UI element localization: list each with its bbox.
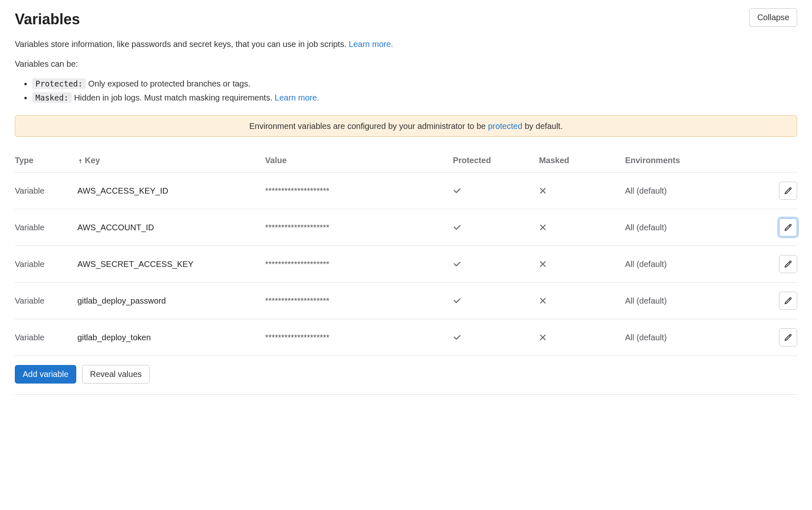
reveal-values-button[interactable]: Reveal values bbox=[82, 365, 150, 384]
cell-value: ******************** bbox=[265, 283, 453, 319]
cell-masked bbox=[539, 209, 625, 246]
cell-value: ******************** bbox=[265, 209, 453, 246]
masked-desc: Hidden in job logs. Must match masking r… bbox=[72, 93, 275, 102]
table-row: Variablegitlab_deploy_password**********… bbox=[15, 283, 797, 319]
table-row: VariableAWS_ACCOUNT_ID******************… bbox=[15, 209, 797, 246]
cell-type: Variable bbox=[15, 209, 77, 246]
variable-type-list: Protected: Only exposed to protected bra… bbox=[15, 77, 797, 104]
col-actions bbox=[735, 148, 797, 173]
cell-protected bbox=[453, 319, 539, 356]
sort-asc-icon bbox=[77, 158, 83, 164]
table-row: VariableAWS_ACCESS_KEY_ID***************… bbox=[15, 173, 797, 209]
close-icon bbox=[539, 187, 621, 194]
cell-masked bbox=[539, 246, 625, 283]
edit-variable-button[interactable] bbox=[779, 218, 797, 236]
cell-type: Variable bbox=[15, 283, 77, 319]
cell-masked bbox=[539, 283, 625, 319]
close-icon bbox=[539, 260, 621, 268]
pencil-icon bbox=[784, 223, 792, 232]
add-variable-button[interactable]: Add variable bbox=[15, 365, 76, 384]
cell-key: AWS_ACCESS_KEY_ID bbox=[77, 173, 265, 209]
check-icon bbox=[453, 333, 535, 342]
col-masked[interactable]: Masked bbox=[539, 148, 625, 173]
pencil-icon bbox=[784, 187, 792, 195]
protected-code: Protected: bbox=[32, 78, 86, 89]
cell-key: AWS_ACCOUNT_ID bbox=[77, 209, 265, 246]
collapse-button[interactable]: Collapse bbox=[749, 8, 797, 27]
masked-learn-more-link[interactable]: Learn more. bbox=[275, 93, 319, 102]
cell-key: AWS_SECRET_ACCESS_KEY bbox=[77, 246, 265, 283]
learn-more-link[interactable]: Learn more. bbox=[349, 40, 393, 49]
cell-value: ******************** bbox=[265, 319, 453, 356]
check-icon bbox=[453, 297, 535, 305]
list-item: Masked: Hidden in job logs. Must match m… bbox=[32, 91, 797, 104]
masked-code: Masked: bbox=[32, 92, 72, 103]
cell-env: All (default) bbox=[625, 246, 735, 283]
cell-protected bbox=[453, 173, 539, 209]
col-protected[interactable]: Protected bbox=[453, 148, 539, 173]
cell-env: All (default) bbox=[625, 173, 735, 209]
check-icon bbox=[453, 223, 535, 232]
table-row: VariableAWS_SECRET_ACCESS_KEY***********… bbox=[15, 246, 797, 283]
cell-type: Variable bbox=[15, 319, 77, 356]
cell-type: Variable bbox=[15, 246, 77, 283]
list-item: Protected: Only exposed to protected bra… bbox=[32, 77, 797, 90]
pencil-icon bbox=[784, 260, 792, 268]
cell-env: All (default) bbox=[625, 319, 735, 356]
variables-intro: Variables store information, like passwo… bbox=[15, 38, 797, 50]
close-icon bbox=[539, 297, 621, 304]
col-value[interactable]: Value bbox=[265, 148, 453, 173]
cell-key: gitlab_deploy_password bbox=[77, 283, 265, 319]
cell-protected bbox=[453, 209, 539, 246]
page-title: Variables bbox=[15, 8, 80, 30]
variables-table: Type Key Value Protected Masked Environm… bbox=[15, 148, 797, 356]
close-icon bbox=[539, 224, 621, 231]
cell-protected bbox=[453, 283, 539, 319]
pencil-icon bbox=[784, 297, 792, 305]
cell-masked bbox=[539, 319, 625, 356]
cell-type: Variable bbox=[15, 173, 77, 209]
variables-can-be: Variables can be: bbox=[15, 58, 797, 70]
alert-suffix: by default. bbox=[522, 122, 563, 131]
col-environments[interactable]: Environments bbox=[625, 148, 735, 173]
cell-key: gitlab_deploy_token bbox=[77, 319, 265, 356]
cell-env: All (default) bbox=[625, 209, 735, 246]
protected-default-alert: Environment variables are configured by … bbox=[15, 115, 797, 137]
cell-masked bbox=[539, 173, 625, 209]
protected-desc: Only exposed to protected branches or ta… bbox=[86, 79, 250, 88]
edit-variable-button[interactable] bbox=[779, 328, 797, 346]
col-type[interactable]: Type bbox=[15, 148, 77, 173]
cell-value: ******************** bbox=[265, 246, 453, 283]
edit-variable-button[interactable] bbox=[779, 182, 797, 200]
table-row: Variablegitlab_deploy_token*************… bbox=[15, 319, 797, 356]
edit-variable-button[interactable] bbox=[779, 292, 797, 310]
edit-variable-button[interactable] bbox=[779, 255, 797, 273]
alert-prefix: Environment variables are configured by … bbox=[249, 122, 488, 131]
col-key-sort[interactable]: Key bbox=[77, 148, 265, 173]
col-key-label: Key bbox=[85, 156, 100, 165]
cell-value: ******************** bbox=[265, 173, 453, 209]
alert-protected-link[interactable]: protected bbox=[488, 122, 522, 131]
pencil-icon bbox=[784, 333, 792, 342]
check-icon bbox=[453, 187, 535, 195]
cell-env: All (default) bbox=[625, 283, 735, 319]
close-icon bbox=[539, 334, 621, 341]
intro-text: Variables store information, like passwo… bbox=[15, 40, 349, 49]
cell-protected bbox=[453, 246, 539, 283]
check-icon bbox=[453, 260, 535, 268]
